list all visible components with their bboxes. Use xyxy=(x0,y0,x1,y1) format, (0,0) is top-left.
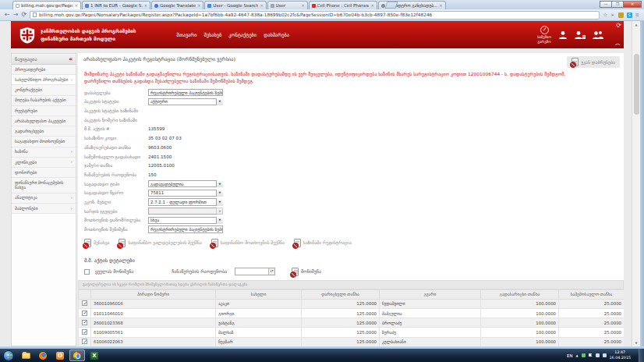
sidebar-item[interactable]: არასახელფასო პაკეტები › xyxy=(12,116,76,126)
tab-close-icon[interactable]: ✕ xyxy=(75,3,78,8)
sidebar-item[interactable]: სახელმწიფო პროგრამები › xyxy=(12,75,76,85)
sidebar-item[interactable]: ხაზინა › xyxy=(12,147,76,158)
extension-icon[interactable] xyxy=(618,12,624,18)
sidebar-item[interactable]: რეესტრები › xyxy=(12,106,76,116)
taskbar-clock[interactable]: 12:47 16.04.2015 xyxy=(610,350,631,360)
row-checkbox[interactable] xyxy=(82,329,87,335)
row-checkbox[interactable] xyxy=(82,320,87,325)
browser-tab[interactable]: Cell Phone : Cell Phones : ✕ xyxy=(309,1,377,9)
taskbar-outlook-icon[interactable]: O xyxy=(52,350,68,361)
vertical-scrollbar[interactable]: ▲ ▼ xyxy=(632,21,640,346)
tab-close-icon[interactable]: ✕ xyxy=(370,3,373,8)
start-button[interactable] xyxy=(3,350,14,361)
tab-close-icon[interactable]: ✕ xyxy=(144,3,147,8)
browser-tab[interactable]: Google Translate ✕ xyxy=(151,1,203,9)
tray-status-icon[interactable] xyxy=(582,353,586,357)
column-header[interactable]: დარიცხული თანხა xyxy=(302,289,380,299)
collapse-header-icon[interactable]: ︿ xyxy=(615,40,621,48)
volume-icon[interactable] xyxy=(603,353,607,357)
row-checkbox[interactable] xyxy=(82,311,87,316)
skype-extension-icon[interactable]: S xyxy=(627,12,632,18)
browser-tab[interactable]: billing.moh.gov.ge/Page: ✕ xyxy=(12,1,81,9)
browser-tab[interactable]: User ✕ xyxy=(267,1,308,9)
taskbar-explorer-icon[interactable] xyxy=(18,350,34,361)
language-indicator[interactable]: EN xyxy=(567,353,572,358)
header-nav-link[interactable]: შესახებ xyxy=(204,32,222,37)
text-input[interactable]: რეგისტრირებული პაციენტების ზემო xyxy=(148,89,223,97)
sidebar-item[interactable]: ანალიტიკა › xyxy=(12,193,76,204)
refresh-icon[interactable]: ⟳ xyxy=(616,22,621,29)
action-button[interactable]: საფინანსო მოთხოვნის შექმნა xyxy=(211,239,285,247)
sidebar-item[interactable]: პროვაიდერები › xyxy=(12,65,76,75)
sidebar-item[interactable]: ფინანსური მონაცემების ნახვა › xyxy=(12,178,76,193)
show-desktop-button[interactable] xyxy=(639,349,644,362)
minimize-button[interactable]: — xyxy=(600,1,612,8)
reload-icon[interactable]: ⟳ xyxy=(21,12,27,18)
chevron-down-icon[interactable]: ▼ xyxy=(216,190,223,197)
select-all-checkbox[interactable] xyxy=(84,269,90,275)
sidebar-item[interactable]: შაბლონები › xyxy=(12,204,76,214)
select-field[interactable]: 2.7.2.1 - ფულადი ფორმით ▼ xyxy=(148,198,223,206)
close-button[interactable]: ✕ xyxy=(623,1,642,8)
network-icon[interactable] xyxy=(596,353,600,357)
column-header[interactable]: სახელი xyxy=(216,289,302,299)
work-environment[interactable]: სამუშაო გარემო xyxy=(537,26,551,44)
browser-tab[interactable]: User - Google Search ✕ xyxy=(204,1,266,9)
select-field[interactable]: ▼ xyxy=(148,208,223,215)
tab-close-icon[interactable]: ✕ xyxy=(439,3,442,8)
taskbar-chrome-icon[interactable] xyxy=(69,350,85,361)
action-center-flag-icon[interactable] xyxy=(589,353,593,357)
back-to-list-button[interactable]: უკან დაბრუნება xyxy=(567,56,620,68)
count-spinner-input[interactable] xyxy=(235,268,275,275)
user-group-icon[interactable] xyxy=(593,30,603,40)
scroll-down-icon[interactable]: ▼ xyxy=(632,339,640,346)
select-field[interactable]: 75811 ▼ xyxy=(148,190,223,197)
action-button[interactable]: საფინანსო ვალდებულების შექმნა xyxy=(119,239,201,247)
forward-icon[interactable]: → xyxy=(13,12,19,18)
header-nav-link[interactable]: მთავარი xyxy=(176,32,196,37)
header-nav-link[interactable]: კონტაქტები xyxy=(228,32,257,37)
row-checkbox[interactable] xyxy=(82,339,87,344)
sidebar-collapse-icon[interactable]: « xyxy=(69,56,73,62)
tray-expand-icon[interactable]: ▲ xyxy=(575,353,578,357)
menu-icon[interactable]: ≡ xyxy=(635,12,639,18)
row-checkbox[interactable] xyxy=(82,300,87,306)
mark-button[interactable]: მონიშვნა xyxy=(301,269,321,274)
sidebar-item[interactable]: კონტრაქტები › xyxy=(12,85,76,95)
browser-tab[interactable]: 1 INR to EUR - Google S... ✕ xyxy=(82,1,150,9)
select-field[interactable]: სხვა ▼ xyxy=(148,217,223,225)
user-list-icon[interactable] xyxy=(575,30,586,40)
action-button[interactable]: შენახვა xyxy=(84,239,109,247)
tab-close-icon[interactable]: ✕ xyxy=(197,3,200,8)
sidebar-item[interactable]: მიღება-ჩაბარების აქტები › xyxy=(12,96,76,106)
chevron-down-icon[interactable]: ▼ xyxy=(216,98,223,106)
column-header[interactable]: პირადი ნომერი xyxy=(91,289,216,299)
header-nav-link[interactable]: დახმარება xyxy=(264,32,289,37)
tab-close-icon[interactable]: ✕ xyxy=(301,3,304,8)
sidebar-item[interactable]: საგადახდო მოთხოვნები › xyxy=(12,137,76,147)
column-header[interactable]: გვარი xyxy=(380,289,481,299)
chevron-down-icon[interactable]: ▼ xyxy=(216,208,223,215)
maximize-button[interactable]: ❐ xyxy=(611,1,624,8)
chevron-down-icon[interactable]: ▼ xyxy=(216,198,223,206)
action-button[interactable]: ხაზინაში რეგისტრაცია xyxy=(294,239,352,247)
chevron-down-icon[interactable]: ▼ xyxy=(216,217,223,225)
sidebar-item[interactable]: კლინიკები › xyxy=(12,158,76,168)
bookmark-star-icon[interactable]: ☆ xyxy=(603,12,607,18)
column-header[interactable]: საშემოსავლო თანხა xyxy=(559,289,625,299)
sidebar-item[interactable]: დონორები › xyxy=(12,168,76,178)
sidebar-item[interactable]: გადარიცხვები › xyxy=(12,126,76,137)
user-icon[interactable] xyxy=(558,30,568,40)
back-icon[interactable]: ← xyxy=(5,12,10,18)
scroll-up-icon[interactable]: ▲ xyxy=(632,21,640,28)
select-field[interactable]: აქტიური ▼ xyxy=(148,98,223,106)
taskbar-firefox-icon[interactable] xyxy=(35,350,51,361)
new-tab-button[interactable] xyxy=(385,2,398,9)
text-input[interactable]: რეგისტრირებული პაციენტების ზემო xyxy=(148,225,223,233)
send-extension-icon[interactable]: ➢ xyxy=(610,12,614,18)
column-header[interactable]: გადასარიცხი თანხა xyxy=(481,289,559,299)
taskbar-excel-icon[interactable]: X xyxy=(87,350,102,361)
select-field[interactable]: გადავადებულია ▼ xyxy=(148,180,223,188)
scrollbar-thumb[interactable] xyxy=(634,54,639,115)
tab-close-icon[interactable]: ✕ xyxy=(260,3,263,8)
